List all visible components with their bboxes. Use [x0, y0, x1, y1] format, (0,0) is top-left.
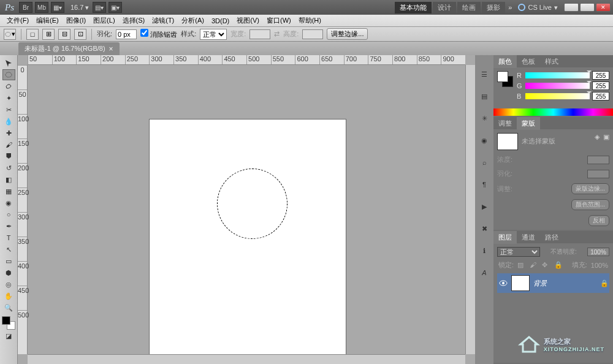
g-slider[interactable]	[525, 83, 590, 89]
menu-window[interactable]: 窗口(W)	[264, 15, 294, 26]
char-icon[interactable]: ¶	[478, 178, 491, 191]
workspace-photo[interactable]: 摄影	[482, 2, 505, 13]
tab-layers[interactable]: 图层	[493, 231, 517, 244]
color-spectrum[interactable]	[493, 108, 613, 116]
new-selection-icon[interactable]: □	[26, 29, 39, 40]
color-range-button[interactable]: 颜色范围...	[571, 199, 609, 210]
tool-preset-dock-icon[interactable]: ✖	[478, 222, 491, 235]
extras-button[interactable]: ▣▾	[109, 2, 122, 13]
visibility-icon[interactable]	[499, 279, 508, 287]
document-canvas[interactable]	[150, 119, 346, 364]
b-slider[interactable]	[525, 93, 590, 99]
vector-mask-icon[interactable]: ◈	[595, 133, 600, 141]
shape-tool[interactable]: ▭	[2, 256, 15, 267]
eraser-tool[interactable]: ◧	[2, 174, 15, 185]
mask-edge-button[interactable]: 蒙版边缘...	[571, 183, 609, 194]
fill-value[interactable]: 100%	[591, 262, 608, 269]
3d-tool[interactable]: ⬢	[2, 267, 15, 278]
stamp-tool[interactable]: ⛊	[2, 151, 15, 162]
screen-mode-button[interactable]: ▦▾	[51, 2, 64, 13]
3dcam-tool[interactable]: ◎	[2, 279, 15, 290]
quickmask-toggle[interactable]: ◪	[2, 330, 15, 341]
heal-tool[interactable]: ✚	[2, 127, 15, 138]
panel-color-swatch[interactable]	[497, 71, 513, 87]
zoom-value[interactable]: 16.7 ▾	[70, 4, 89, 12]
tab-paths[interactable]: 路径	[540, 231, 563, 244]
b-value[interactable]: 255	[592, 92, 609, 100]
minimize-button[interactable]: ─	[564, 3, 579, 12]
menu-image[interactable]: 图像(I)	[63, 15, 89, 26]
history-icon[interactable]: ☰	[478, 67, 491, 81]
type-tool[interactable]: T	[2, 232, 15, 243]
maximize-button[interactable]: ☐	[580, 3, 595, 12]
eyedropper-tool[interactable]: 💧	[2, 116, 15, 127]
tab-channels[interactable]: 通道	[517, 231, 540, 244]
workspace-paint[interactable]: 绘画	[457, 2, 481, 13]
crop-tool[interactable]: ✂	[2, 104, 15, 115]
gradient-tool[interactable]: ▦	[2, 186, 15, 197]
lasso-tool[interactable]	[2, 81, 15, 92]
bridge-button[interactable]: Br	[19, 2, 32, 13]
tab-color[interactable]: 颜色	[493, 55, 517, 68]
subtract-selection-icon[interactable]: ⊟	[58, 29, 70, 40]
lock-paint-icon[interactable]: 🖌	[530, 261, 538, 270]
layer-row[interactable]: 背景 🔒	[497, 273, 609, 293]
antialias-checkbox[interactable]: 消除锯齿	[140, 29, 177, 39]
type-dock-icon[interactable]: A	[478, 266, 491, 279]
menu-file[interactable]: 文件(F)	[4, 15, 32, 26]
add-selection-icon[interactable]: ⊞	[42, 29, 55, 40]
blur-tool[interactable]: ◉	[2, 197, 15, 208]
menu-view[interactable]: 视图(V)	[234, 15, 262, 26]
tab-swatches[interactable]: 色板	[517, 55, 540, 68]
pen-tool[interactable]: ✒	[2, 221, 15, 232]
menu-help[interactable]: 帮助(H)	[295, 15, 324, 26]
refine-edge-button[interactable]: 调整边缘...	[327, 28, 368, 40]
menu-3d[interactable]: 3D(D)	[208, 16, 232, 26]
actions-icon[interactable]: ▶	[478, 200, 491, 213]
menu-filter[interactable]: 滤镜(T)	[149, 15, 177, 26]
minibridge-button[interactable]: Mb	[35, 2, 48, 13]
info-icon[interactable]: ℹ	[478, 244, 491, 257]
menu-layer[interactable]: 图层(L)	[90, 15, 118, 26]
scrollbar-horizontal[interactable]	[28, 354, 465, 364]
nav-icon[interactable]: ⌕	[478, 156, 491, 169]
style-select[interactable]: 正常	[200, 29, 227, 40]
g-value[interactable]: 255	[592, 82, 609, 90]
intersect-selection-icon[interactable]: ⊡	[74, 29, 86, 40]
invert-button[interactable]: 反相	[588, 215, 609, 226]
marquee-tool[interactable]	[2, 69, 15, 80]
wand-tool[interactable]: ✦	[2, 93, 15, 104]
lock-move-icon[interactable]: ✥	[542, 261, 550, 270]
menu-select[interactable]: 选择(S)	[120, 15, 148, 26]
brush-tool[interactable]: 🖌	[2, 139, 15, 150]
color-swatch[interactable]	[2, 316, 15, 330]
dodge-tool[interactable]: ○	[2, 209, 15, 220]
menu-analysis[interactable]: 分析(A)	[178, 15, 207, 26]
pixel-mask-icon[interactable]: ▣	[603, 133, 609, 141]
document-tab[interactable]: 未标题-1 @ 16.7%(RGB/8) ×	[18, 42, 120, 55]
menu-edit[interactable]: 编辑(E)	[33, 15, 62, 26]
close-button[interactable]: ✕	[596, 3, 611, 12]
r-value[interactable]: 255	[592, 71, 609, 80]
workspace-more[interactable]: »	[508, 4, 512, 11]
tab-adjustments[interactable]: 调整	[493, 117, 517, 130]
lock-all-icon[interactable]: 🔒	[554, 261, 563, 270]
workspace-design[interactable]: 设计	[433, 2, 456, 13]
workspace-basic[interactable]: 基本功能	[395, 2, 432, 13]
zoom-tool[interactable]: 🔍	[2, 302, 15, 313]
r-slider[interactable]	[525, 72, 590, 78]
history-brush-tool[interactable]: ↺	[2, 162, 15, 173]
hand-tool[interactable]: ✋	[2, 290, 15, 301]
tab-styles[interactable]: 样式	[540, 55, 563, 68]
clone-icon[interactable]: ◉	[478, 134, 491, 147]
brushes-icon[interactable]: ✳	[478, 112, 491, 125]
swatches-icon[interactable]: ▤	[478, 89, 491, 103]
arrange-docs-button[interactable]: ▤▾	[93, 2, 106, 13]
feather-input[interactable]	[116, 29, 137, 39]
tab-masks[interactable]: 蒙版	[517, 117, 540, 130]
scrollbar-vertical[interactable]	[465, 65, 475, 354]
cslive-button[interactable]: CS Live ▾	[518, 4, 558, 12]
path-select-tool[interactable]: ↖	[2, 244, 15, 255]
move-tool[interactable]	[2, 58, 15, 69]
opacity-value[interactable]: 100%	[587, 248, 609, 256]
